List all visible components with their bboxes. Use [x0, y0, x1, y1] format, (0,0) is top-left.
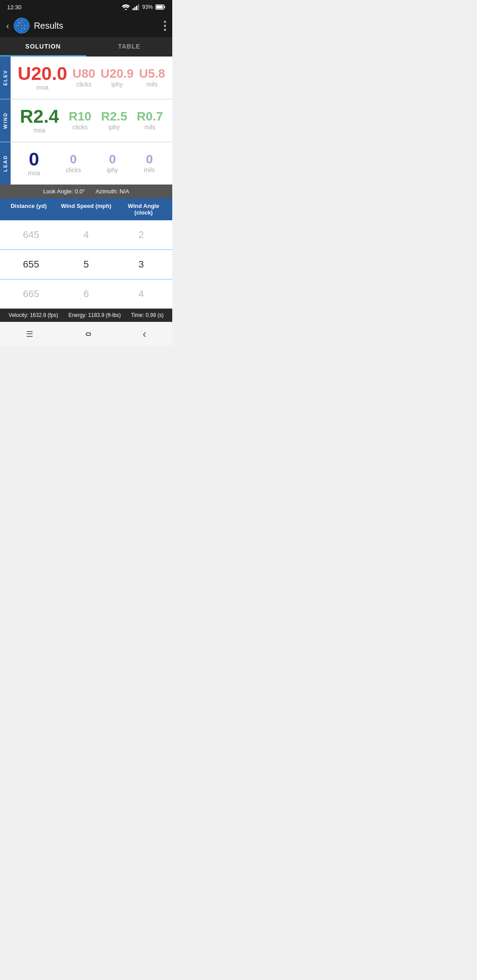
tab-table[interactable]: TABLE: [86, 37, 172, 57]
elevation-side-label: E L E V: [0, 57, 11, 99]
elev-unit-3: mils: [147, 81, 158, 88]
table-cell-distance-1: 655: [4, 259, 59, 270]
svg-rect-6: [156, 6, 163, 9]
table-header-wind-angle: Wind Angle (clock): [115, 198, 172, 220]
lead-unit-2: iphy: [107, 166, 118, 173]
table-cell-distance-2: 665: [4, 288, 59, 300]
wind-row: R2.4 moa R10 clicks R2.5 iphy R0.7 mils: [11, 99, 172, 142]
lead-cell-1: 0 clicks: [66, 153, 81, 173]
table-row[interactable]: 645 4 2: [0, 220, 172, 250]
lead-side-label: L E A D: [0, 142, 11, 185]
app-logo: [14, 18, 30, 34]
lead-value-2: 0: [109, 153, 116, 166]
lead-unit-0: moa: [28, 170, 40, 177]
status-right: 93%: [122, 4, 165, 10]
elev-cell-2: U20.9 iphy: [101, 68, 134, 88]
wind-section: W I N D R2.4 moa R10 clicks R2.5 iphy R0…: [0, 99, 172, 142]
table-cell-windangle-1: 3: [114, 259, 169, 270]
elev-value-0: U20.0: [18, 64, 67, 83]
wifi-icon: [122, 4, 130, 10]
table-row[interactable]: 665 6 4: [0, 279, 172, 309]
lead-cell-2: 0 iphy: [107, 153, 118, 173]
elev-cell-0: U20.0 moa: [18, 64, 67, 91]
look-angle-item: Look Angle: 0.0°: [43, 188, 85, 195]
wind-value-1: R10: [69, 110, 91, 123]
table-cell-distance-0: 645: [4, 229, 59, 241]
table-header-distance: Distance (yd): [0, 198, 57, 220]
table-cell-windangle-0: 2: [114, 229, 169, 241]
nav-home-button[interactable]: [86, 332, 91, 336]
velocity-value: 1632.8 (fps): [30, 312, 58, 318]
time-value: 0.98 (s): [146, 312, 164, 318]
lead-unit-1: clicks: [66, 166, 81, 173]
elevation-section: E L E V U20.0 moa U80 clicks U20.9 iphy …: [0, 57, 172, 99]
battery-level: 93%: [142, 4, 153, 10]
wind-cell-2: R2.5 iphy: [101, 110, 127, 131]
time-item: Time: 0.98 (s): [131, 312, 164, 318]
signal-icon: [132, 4, 140, 10]
wind-cell-0: R2.4 moa: [20, 107, 59, 134]
wind-cell-3: R0.7 mils: [137, 110, 163, 131]
lead-cell-3: 0 mils: [144, 153, 155, 173]
svg-rect-0: [132, 8, 134, 10]
table-row[interactable]: 655 5 3: [0, 250, 172, 279]
tab-bar: SOLUTION TABLE: [0, 37, 172, 57]
table-cell-windangle-2: 4: [114, 288, 169, 300]
back-button[interactable]: ‹: [6, 21, 9, 31]
elev-unit-0: moa: [37, 84, 49, 91]
title-bar-left: ‹ Results: [6, 18, 63, 34]
energy-value: 1183.9 (ft-lbs): [88, 312, 121, 318]
wind-side-label: W I N D: [0, 99, 11, 142]
svg-point-10: [21, 25, 23, 26]
title-bar: ‹ Results: [0, 14, 172, 37]
table-header-wind-speed: Wind Speed (mph): [57, 198, 115, 220]
table-cell-windspeed-1: 5: [59, 259, 114, 270]
energy-item: Energy: 1183.9 (ft-lbs): [68, 312, 121, 318]
svg-rect-2: [136, 6, 137, 10]
svg-rect-3: [138, 4, 139, 10]
page-title: Results: [34, 21, 64, 31]
stats-bar: Velocity: 1632.8 (fps) Energy: 1183.9 (f…: [0, 309, 172, 322]
elevation-row: U20.0 moa U80 clicks U20.9 iphy U5.8 mil…: [11, 57, 172, 99]
lead-unit-3: mils: [144, 166, 155, 173]
svg-rect-5: [164, 6, 165, 8]
lead-row: 0 moa 0 clicks 0 iphy 0 mils: [11, 142, 172, 185]
elev-value-2: U20.9: [101, 68, 134, 80]
nav-back-button[interactable]: ‹: [143, 327, 147, 341]
wind-unit-2: iphy: [109, 124, 120, 131]
nav-bar: ☰ ‹: [0, 322, 172, 346]
status-time: 12:30: [7, 4, 22, 11]
table-cell-windspeed-0: 4: [59, 229, 114, 241]
elev-value-3: U5.8: [139, 68, 165, 80]
elev-cell-3: U5.8 mils: [139, 68, 165, 88]
velocity-item: Velocity: 1632.8 (fps): [9, 312, 58, 318]
wind-unit-3: mils: [144, 124, 155, 131]
azimuth-value: N/A: [120, 188, 129, 195]
elev-unit-1: clicks: [76, 81, 91, 88]
table-cell-windspeed-2: 6: [59, 288, 114, 300]
menu-button[interactable]: [164, 21, 166, 31]
wind-value-0: R2.4: [20, 107, 59, 126]
wind-value-3: R0.7: [137, 110, 163, 123]
wind-unit-1: clicks: [72, 124, 87, 131]
table-body: 645 4 2 655 5 3 665 6 4: [0, 220, 172, 309]
elev-unit-2: iphy: [111, 81, 123, 88]
elev-value-1: U80: [72, 68, 95, 80]
wind-unit-0: moa: [34, 127, 45, 134]
look-angle-value: 0.0°: [75, 188, 85, 195]
lead-value-1: 0: [70, 153, 77, 166]
table-header: Distance (yd) Wind Speed (mph) Wind Angl…: [0, 198, 172, 220]
nav-menu-button[interactable]: ☰: [26, 329, 34, 339]
wind-value-2: R2.5: [101, 110, 127, 123]
tab-solution[interactable]: SOLUTION: [0, 37, 86, 57]
azimuth-item: Azimuth: N/A: [95, 188, 129, 195]
elev-cell-1: U80 clicks: [72, 68, 95, 88]
lead-value-3: 0: [146, 153, 153, 166]
battery-icon: [155, 4, 165, 10]
wind-cell-1: R10 clicks: [69, 110, 91, 131]
svg-rect-1: [134, 7, 136, 10]
lead-section: L E A D 0 moa 0 clicks 0 iphy 0 mils: [0, 142, 172, 185]
lead-cell-0: 0 moa: [28, 150, 40, 177]
status-bar: 12:30 93%: [0, 0, 172, 14]
info-bar: Look Angle: 0.0° Azimuth: N/A: [0, 185, 172, 198]
